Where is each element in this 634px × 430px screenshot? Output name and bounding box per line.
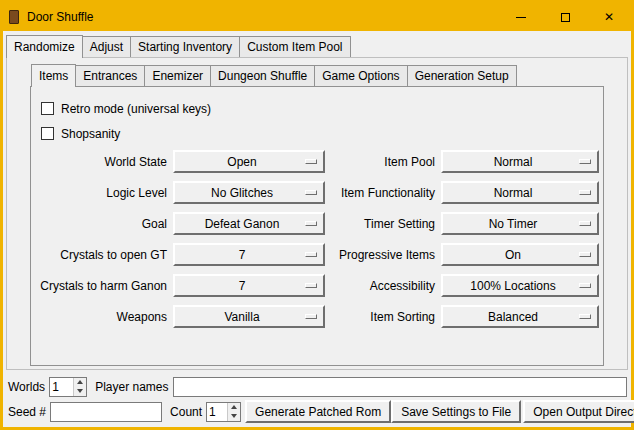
world-state-value: Open [181,155,303,169]
progressive-items-value: On [449,248,577,262]
weapons-label: Weapons [39,310,167,324]
dropdown-indicator-icon [579,190,591,195]
crystals-ganon-label: Crystals to harm Ganon [39,279,167,293]
shopsanity-checkbox[interactable] [41,127,54,140]
goal-value: Defeat Ganon [181,217,303,231]
crystals-ganon-value: 7 [181,279,303,293]
tab-randomize[interactable]: Randomize [6,35,83,58]
count-label: Count [170,405,202,419]
world-state-dropdown[interactable]: Open [173,150,325,173]
accessibility-label: Accessibility [331,279,435,293]
crystals-gt-label: Crystals to open GT [39,248,167,262]
arrow-up-icon [231,405,237,409]
crystals-ganon-dropdown[interactable]: 7 [173,274,325,297]
timer-setting-value: No Timer [449,217,577,231]
tab-adjust[interactable]: Adjust [82,36,131,57]
worlds-input[interactable] [50,378,73,396]
retro-mode-checkbox[interactable] [41,102,54,115]
arrow-down-icon [77,389,83,393]
outer-tab-bar: Randomize Adjust Starting Inventory Cust… [3,34,631,57]
generate-patched-rom-button[interactable]: Generate Patched Rom [245,400,391,423]
count-spinner-down[interactable] [228,412,240,421]
window-title: Door Shuffle [27,10,94,24]
dropdown-indicator-icon [579,159,591,164]
close-button[interactable]: ✕ [587,3,631,31]
dropdown-indicator-icon [305,159,317,164]
item-sorting-dropdown[interactable]: Balanced [441,305,599,328]
dropdown-indicator-icon [305,283,317,288]
item-functionality-dropdown[interactable]: Normal [441,181,599,204]
minimize-button[interactable] [499,3,543,31]
player-names-label: Player names [95,380,168,394]
item-pool-dropdown[interactable]: Normal [441,150,599,173]
dropdown-indicator-icon [579,283,591,288]
goal-label: Goal [39,217,167,231]
item-sorting-label: Item Sorting [331,310,435,324]
retro-mode-label: Retro mode (universal keys) [61,102,211,116]
dropdown-indicator-icon [305,221,317,226]
retro-mode-row: Retro mode (universal keys) [39,96,595,121]
logic-level-label: Logic Level [39,186,167,200]
logic-level-dropdown[interactable]: No Glitches [173,181,325,204]
tab-enemizer[interactable]: Enemizer [144,65,211,86]
dropdown-indicator-icon [305,314,317,319]
tab-generation-setup[interactable]: Generation Setup [407,65,517,86]
dropdown-indicator-icon [579,221,591,226]
timer-setting-label: Timer Setting [331,217,435,231]
maximize-icon [561,13,570,22]
worlds-spinner-down[interactable] [74,387,86,396]
tab-custom-item-pool[interactable]: Custom Item Pool [239,36,350,57]
progressive-items-dropdown[interactable]: On [441,243,599,266]
close-icon: ✕ [604,11,614,23]
item-functionality-label: Item Functionality [331,186,435,200]
player-names-input[interactable] [173,377,628,397]
inner-tab-bar: Items Entrances Enemizer Dungeon Shuffle… [30,63,604,86]
worlds-label: Worlds [8,380,45,394]
shopsanity-row: Shopsanity [39,121,595,146]
progressive-items-label: Progressive Items [331,248,435,262]
worlds-spinner[interactable] [49,377,87,397]
tab-game-options[interactable]: Game Options [314,65,407,86]
arrow-up-icon [77,380,83,384]
count-input[interactable] [207,403,227,421]
items-panel: Retro mode (universal keys) Shopsanity W… [30,86,604,366]
seed-label: Seed # [8,405,46,419]
count-spinner[interactable] [206,402,241,422]
weapons-value: Vanilla [181,310,303,324]
tab-dungeon-shuffle[interactable]: Dungeon Shuffle [210,65,315,86]
save-settings-button[interactable]: Save Settings to File [391,400,521,423]
seed-input[interactable] [50,402,162,422]
maximize-button[interactable] [543,3,587,31]
dropdown-indicator-icon [305,190,317,195]
weapons-dropdown[interactable]: Vanilla [173,305,325,328]
options-grid: World State Open Item Pool Normal Logic … [39,150,595,328]
logic-level-value: No Glitches [181,186,303,200]
arrow-down-icon [231,414,237,418]
bottom-controls: Worlds Player names Seed # Count [3,370,631,427]
dropdown-indicator-icon [579,314,591,319]
accessibility-dropdown[interactable]: 100% Locations [441,274,599,297]
item-pool-label: Item Pool [331,155,435,169]
timer-setting-dropdown[interactable]: No Timer [441,212,599,235]
seed-row: Seed # Count Generate Patched Rom Save S… [8,399,628,424]
dropdown-indicator-icon [579,252,591,257]
open-output-directory-button[interactable]: Open Output Directory [523,400,634,423]
worlds-spinner-up[interactable] [74,378,86,387]
item-sorting-value: Balanced [449,310,577,324]
accessibility-value: 100% Locations [449,279,577,293]
tab-items[interactable]: Items [31,64,76,87]
shopsanity-label: Shopsanity [61,127,120,141]
randomize-panel: Items Entrances Enemizer Dungeon Shuffle… [6,57,628,370]
tab-entrances[interactable]: Entrances [75,65,145,86]
count-spinner-up[interactable] [228,403,240,412]
titlebar: Door Shuffle ✕ [3,3,631,31]
goal-dropdown[interactable]: Defeat Ganon [173,212,325,235]
item-pool-value: Normal [449,155,577,169]
dropdown-indicator-icon [305,252,317,257]
tab-starting-inventory[interactable]: Starting Inventory [130,36,240,57]
crystals-gt-dropdown[interactable]: 7 [173,243,325,266]
crystals-gt-value: 7 [181,248,303,262]
worlds-row: Worlds Player names [8,374,628,399]
door-shuffle-window: Door Shuffle ✕ Randomize Adjust Starting… [0,0,634,430]
world-state-label: World State [39,155,167,169]
